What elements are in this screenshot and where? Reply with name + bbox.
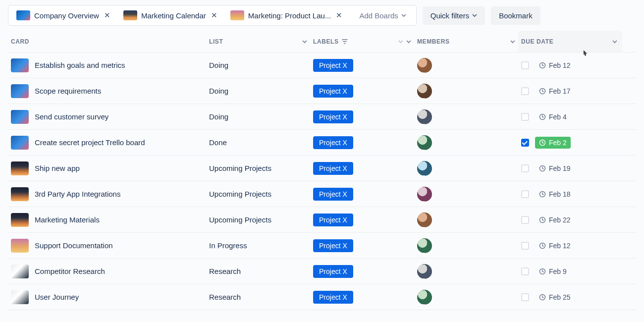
clock-icon [539,139,546,146]
table-row[interactable]: Establish goals and metricsDoingProject … [8,53,636,78]
quick-filters-button[interactable]: Quick filters [423,6,485,25]
labels-cell: Project X [310,265,414,278]
board-tab-marketing-calendar[interactable]: Marketing Calendar ✕ [118,7,223,23]
card-title: Competitor Research [35,267,105,275]
card-cover-icon [11,290,29,304]
table-row[interactable]: Ship new appUpcoming ProjectsProject XFe… [8,156,636,181]
table-row[interactable]: User JourneyResearchProject XFeb 25 [8,284,636,310]
list-name: In Progress [209,241,247,250]
column-header-due-date[interactable]: DUE DATE [518,31,622,52]
add-boards-button[interactable]: Add Boards [350,8,413,23]
due-date-text: Feb 12 [549,61,571,69]
avatar[interactable] [417,290,432,305]
label-pill[interactable]: Project X [313,162,353,175]
complete-checkbox[interactable] [521,190,529,198]
complete-checkbox[interactable] [521,293,529,301]
complete-checkbox[interactable] [521,242,529,250]
avatar[interactable] [417,135,432,150]
label-pill[interactable]: Project X [313,214,353,226]
members-cell [414,290,518,305]
card-title: Ship new app [35,164,80,172]
table-row[interactable]: Marketing MaterialsUpcoming ProjectsProj… [8,207,636,233]
due-date-badge[interactable]: Feb 9 [535,266,571,277]
close-icon[interactable]: ✕ [210,11,218,20]
list-cell: Research [206,267,310,275]
label-pill[interactable]: Project X [313,291,353,304]
avatar[interactable] [417,84,432,99]
label-pill[interactable]: Project X [313,136,353,149]
card-cover-icon [11,58,29,72]
due-date-text: Feb 17 [549,87,571,95]
chevron-down-icon [398,39,403,44]
complete-checkbox[interactable] [521,87,529,95]
clock-icon [539,191,546,198]
avatar[interactable] [417,161,432,176]
due-date-cell: Feb 9 [518,266,622,277]
board-tab-company-overview[interactable]: Company Overview ✕ [11,7,116,23]
close-icon[interactable]: ✕ [103,11,111,20]
label-pill[interactable]: Project X [313,188,353,201]
clock-icon [539,113,546,120]
complete-checkbox[interactable] [521,139,529,147]
table-row[interactable]: Scope requirementsDoingProject XFeb 17 [8,78,636,104]
column-header-members[interactable]: MEMBERS [414,31,518,52]
list-name: Upcoming Projects [209,190,271,198]
complete-checkbox[interactable] [521,164,529,172]
bookmark-button[interactable]: Bookmark [491,6,540,25]
clock-icon [539,62,546,69]
due-date-badge[interactable]: Feb 25 [535,291,575,303]
close-icon[interactable]: ✕ [335,11,343,20]
label-pill[interactable]: Project X [313,85,353,98]
due-date-badge[interactable]: Feb 17 [535,85,575,97]
due-date-text: Feb 25 [549,293,571,301]
members-cell [414,213,518,227]
column-header-labels[interactable]: LABELS [310,31,414,52]
board-tab-label: Marketing Calendar [141,11,206,20]
card-title: User Journey [35,293,79,301]
due-date-badge[interactable]: Feb 22 [535,214,575,226]
labels-cell: Project X [310,239,414,252]
table-row[interactable]: Competitor ResearchResearchProject XFeb … [8,259,636,284]
avatar[interactable] [417,213,432,227]
list-cell: Upcoming Projects [206,190,310,198]
complete-checkbox[interactable] [521,61,529,69]
column-label: MEMBERS [417,38,450,45]
list-name: Research [209,293,241,301]
labels-cell: Project X [310,214,414,226]
board-tab-marketing-product-launch[interactable]: Marketing: Product Lau... ✕ [225,7,349,23]
due-date-badge[interactable]: Feb 2 [535,137,571,149]
label-pill[interactable]: Project X [313,239,353,252]
avatar[interactable] [417,109,432,124]
due-date-badge[interactable]: Feb 12 [535,240,575,252]
avatar[interactable] [417,187,432,202]
column-header-list[interactable]: LIST [206,31,310,52]
members-cell [414,187,518,202]
avatar[interactable] [417,58,432,73]
due-date-badge[interactable]: Feb 12 [535,59,575,71]
list-cell: Doing [206,112,310,121]
table-row[interactable]: Support DocumentationIn ProgressProject … [8,233,636,259]
complete-checkbox[interactable] [521,216,529,224]
card-title: Scope requirements [35,87,101,95]
label-pill[interactable]: Project X [313,265,353,278]
card-cell: User Journey [8,290,206,304]
column-header-card[interactable]: CARD [8,31,206,52]
avatar[interactable] [417,264,432,279]
due-date-badge[interactable]: Feb 4 [535,111,571,123]
table-row[interactable]: Create secret project Trello boardDonePr… [8,130,636,156]
clock-icon [539,294,546,301]
label-pill[interactable]: Project X [313,59,353,72]
complete-checkbox[interactable] [521,268,529,275]
chevron-down-icon [510,39,515,44]
due-date-badge[interactable]: Feb 18 [535,188,575,200]
table-row[interactable]: 3rd Party App IntegrationsUpcoming Proje… [8,181,636,207]
table-row[interactable]: Send customer surveyDoingProject XFeb 4 [8,104,636,130]
due-date-badge[interactable]: Feb 19 [535,162,575,174]
complete-checkbox[interactable] [521,113,529,121]
column-label: LABELS [313,38,339,45]
label-pill[interactable]: Project X [313,110,353,123]
due-date-cell: Feb 12 [518,240,622,252]
chevron-down-icon [406,39,411,44]
due-date-cell: Feb 4 [518,111,622,123]
avatar[interactable] [417,238,432,253]
